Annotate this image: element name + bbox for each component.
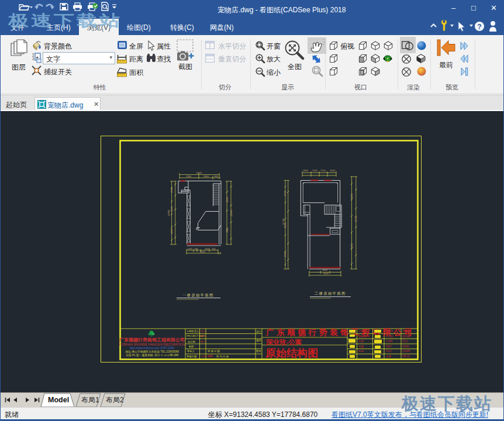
svg-text:审定人: 审定人 [187,350,195,353]
svg-text:PR-01: PR-01 [386,330,393,333]
svg-text:李工: 李工 [201,340,206,343]
svg-text:图名: 图名 [256,350,261,353]
svg-text:10800: 10800 [230,209,233,216]
svg-text:1000: 1000 [330,169,336,172]
svg-text:4200: 4200 [226,196,229,202]
svg-text:940: 940 [214,175,218,178]
svg-text:5400: 5400 [350,193,353,199]
svg-text:180: 180 [194,247,198,250]
svg-text:5400: 5400 [350,243,353,249]
svg-text:项目: 项目 [256,339,261,342]
svg-text:图纸号: 图纸号 [358,335,367,338]
svg-text:2017: 2017 [386,345,392,348]
svg-text:二楼原始平面图: 二楼原始平面图 [315,291,346,296]
svg-text:地址:佛山市顺德区大良街道 TEL:22665588: 地址:佛山市顺德区大良街道 TEL:22665588 [125,350,179,354]
svg-text:http://www.sdhszs.com 0757-22: http://www.sdhszs.com 0757-2266 [130,346,174,350]
svg-text:广东顺德行势装饰工程有限公司: 广东顺德行势装饰工程有限公司 [119,337,185,343]
svg-text:日期: 日期 [208,354,213,357]
svg-text:布局2: 布局2 [106,396,124,404]
svg-text:设计: 设计 [256,330,262,333]
svg-text:布局1: 布局1 [81,396,99,404]
svg-text:设计师: 设计师 [188,340,196,343]
svg-text:审 核 日 期: 审 核 日 期 [208,350,220,353]
svg-text:陈工: 陈工 [201,334,206,338]
svg-text:HS-12: HS-12 [402,355,410,358]
svg-text:3000: 3000 [226,227,229,233]
svg-text:2000: 2000 [205,247,210,250]
svg-text:一楼原始平面图: 一楼原始平面图 [182,293,214,298]
svg-text:版本: 版本 [358,350,364,353]
svg-text:1500: 1500 [312,169,318,172]
svg-text:何工: 何工 [200,330,206,333]
svg-text:940: 940 [212,247,216,250]
svg-text:1800: 1800 [303,169,309,172]
svg-text:1240: 1240 [186,175,192,178]
svg-text:V1.0: V1.0 [386,350,392,353]
svg-text:图 号 比 例: 图 号 比 例 [216,355,229,358]
svg-text:3500: 3500 [203,175,209,178]
svg-text:比例: 比例 [358,340,364,343]
svg-text:3600: 3600 [170,206,173,212]
svg-text:10800: 10800 [167,209,170,216]
svg-text:15100: 15100 [282,218,285,225]
svg-text:Model: Model [48,396,69,404]
svg-text:审核日期: 审核日期 [187,355,196,358]
svg-text:1700: 1700 [320,169,326,172]
svg-text:?: ? [477,23,481,31]
svg-text:3000: 3000 [322,268,328,271]
svg-text:页次: 页次 [402,339,408,343]
svg-text:SD-08: SD-08 [402,335,410,338]
svg-text:1:100: 1:100 [386,340,393,343]
svg-text:1500: 1500 [170,187,173,193]
svg-text:工程负责人: 工程负责人 [187,330,199,333]
svg-text:6000: 6000 [323,272,329,275]
svg-text:6000: 6000 [200,250,206,253]
svg-text:2400: 2400 [170,228,173,234]
svg-text:审图号: 审图号 [402,330,410,333]
svg-text:1240: 1240 [187,247,193,250]
svg-text:01/06: 01/06 [402,345,409,348]
svg-text:工程号: 工程号 [358,329,367,333]
svg-text:A-102: A-102 [386,335,393,338]
svg-text:制图: 制图 [189,345,194,348]
svg-text:2700: 2700 [284,190,286,196]
svg-text:会签: 会签 [386,355,392,358]
svg-text:原始结构图: 原始结构图 [265,347,318,359]
svg-text:全国 HL 统一服务热线: 四００-ＯＯ88-286: 全国 HL 统一服务热线: 四００-ＯＯ88-286 [126,353,179,357]
svg-text:日期: 日期 [358,345,364,348]
svg-text:15100: 15100 [354,215,357,222]
svg-text:深业玫-公寓: 深业玫-公寓 [265,338,302,346]
svg-text:存档号: 存档号 [402,350,410,353]
svg-text:6000: 6000 [196,171,202,174]
svg-text:3900: 3900 [284,251,286,257]
